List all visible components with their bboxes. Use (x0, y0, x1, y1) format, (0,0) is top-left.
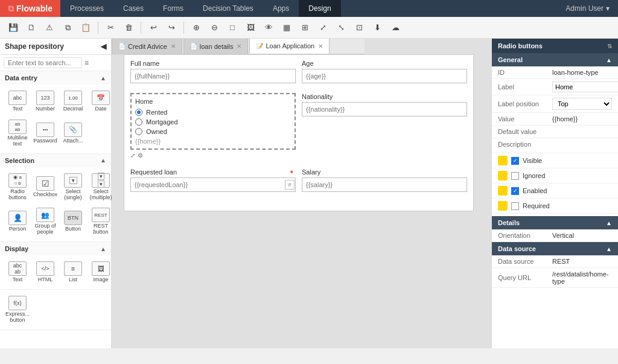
nav-processes[interactable]: Processes (60, 0, 113, 17)
radio-circle-rented (135, 109, 142, 116)
widget-select-single-label: Select (single) (62, 189, 84, 201)
form-canvas[interactable]: Full name Age Home (124, 54, 474, 211)
user-area[interactable]: Admin User ▾ (565, 4, 618, 13)
widget-select-multiple[interactable]: ▾▾ Select (multiple) (88, 171, 113, 203)
rp-label-position-select[interactable]: Top Left Right (552, 98, 612, 110)
section-header-display[interactable]: Display ▲ (0, 242, 111, 255)
nav-design[interactable]: Design (299, 0, 340, 17)
fullname-input[interactable] (130, 69, 296, 83)
select-multiple-icon: ▾▾ (92, 173, 110, 188)
radio-label-rented: Rented (146, 109, 167, 116)
zoom-out-button[interactable]: ⊖ (206, 20, 223, 36)
widget-attachment[interactable]: 📎 Attach... (60, 117, 86, 150)
save-button[interactable]: 💾 (5, 20, 22, 36)
rect-button[interactable]: □ (224, 20, 241, 36)
paste-button[interactable]: 📋 (77, 20, 94, 36)
widget-decimal[interactable]: 1.00 Decimal (60, 88, 86, 115)
nav-cases[interactable]: Cases (113, 0, 153, 17)
zoom-in-button[interactable]: ⊕ (188, 20, 205, 36)
search-list-icon[interactable]: ≡ (84, 59, 89, 67)
widget-radio[interactable]: ◉ a○ b Radio buttons (5, 171, 30, 203)
widget-text[interactable]: abc Text (5, 88, 30, 115)
radio-option-owned[interactable]: Owned (135, 128, 291, 135)
select-all-button[interactable]: ⊞ (296, 20, 313, 36)
settings-handle-icon[interactable]: ⚙ (138, 152, 143, 159)
warning-button[interactable]: ⚠ (41, 20, 58, 36)
rp-row-query-url: Query URL /rest/datalist/home-type (492, 268, 618, 288)
search-input[interactable] (4, 57, 82, 68)
widget-date-label: Date (95, 106, 106, 112)
cb-ignored-check[interactable] (511, 172, 519, 180)
grid-button[interactable]: ▦ (278, 20, 295, 36)
widget-number[interactable]: 123 Number (33, 88, 58, 115)
redo-button[interactable]: ↪ (163, 20, 180, 36)
nationality-input[interactable] (302, 102, 467, 117)
requested-loan-input[interactable] (130, 177, 296, 192)
widget-image[interactable]: 🖼 Image (88, 259, 113, 286)
salary-input[interactable] (302, 177, 467, 192)
widget-express-button[interactable]: f(x) Express... button (5, 293, 30, 326)
nav-decision-tables[interactable]: Decision Tables (193, 0, 263, 17)
export-button[interactable]: ⤢ (314, 20, 331, 36)
widget-rest-button[interactable]: REST REST button (88, 205, 113, 238)
tab-close-loan-application[interactable]: ✕ (318, 43, 323, 49)
widget-list[interactable]: ≡ List (60, 259, 86, 286)
undo-button[interactable]: ↩ (145, 20, 162, 36)
number-widget-icon: # (285, 180, 295, 190)
widget-display-text[interactable]: abcab Text (5, 259, 30, 286)
radio-group-controls: ⤢ ⚙ (130, 152, 296, 159)
widget-group[interactable]: 👥 Group of people (33, 205, 58, 238)
widget-password[interactable]: ••• Password (33, 117, 58, 150)
canvas-area[interactable]: 📄 Credit Advice ✕ 📄 loan details ✕ 📝 Loa… (112, 39, 491, 348)
delete-button[interactable]: 🗑 (120, 20, 137, 36)
image-button[interactable]: 🖼 (242, 20, 259, 36)
cloud-button[interactable]: ☁ (387, 20, 404, 36)
tab-loan-details[interactable]: 📄 loan details ✕ (183, 39, 249, 54)
download-button[interactable]: ⬇ (369, 20, 386, 36)
widget-date[interactable]: 📅 Date (88, 88, 113, 115)
radio-option-rented[interactable]: Rented (135, 109, 291, 116)
nav-apps[interactable]: Apps (263, 0, 299, 17)
cb-visible-check[interactable]: ✓ (511, 157, 519, 165)
form-row-2: Home Rented Mortgaged Owne (124, 88, 473, 164)
section-label-data-entry: Data entry (5, 74, 37, 81)
section-header-data-entry[interactable]: Data entry ▲ (0, 71, 111, 85)
radio-group-home[interactable]: Home Rented Mortgaged Owne (130, 93, 296, 150)
toolbar-sep-3 (183, 22, 184, 34)
widget-html[interactable]: </> HTML (33, 259, 58, 286)
sidebar-collapse-icon[interactable]: ◀ (101, 42, 106, 51)
import-button[interactable]: ⤡ (333, 20, 349, 36)
move-handle-icon[interactable]: ⤢ (130, 152, 135, 159)
rp-section-general[interactable]: General ▲ (492, 53, 618, 66)
section-label-selection: Selection (5, 157, 34, 164)
zoom-fit-button[interactable]: ⊡ (351, 20, 368, 36)
rp-section-datasource[interactable]: Data source ▲ (492, 242, 618, 255)
cut-button[interactable]: ✂ (102, 20, 119, 36)
tab-label-loan-application: Loan Application (266, 42, 314, 49)
radio-option-mortgaged[interactable]: Mortgaged (135, 118, 291, 126)
widget-multiline[interactable]: abab Multiline text (5, 117, 30, 150)
widget-checkbox[interactable]: ☑ Checkbox (33, 171, 58, 203)
section-header-selection[interactable]: Selection ▲ (0, 154, 111, 167)
rp-section-details[interactable]: Details ▲ (492, 216, 618, 229)
cb-required-check[interactable] (511, 202, 519, 210)
age-input[interactable] (302, 69, 467, 83)
tab-close-loan-details[interactable]: ✕ (237, 43, 241, 49)
widget-person[interactable]: 👤 Person (5, 205, 30, 238)
widget-button[interactable]: BTN Button (60, 205, 86, 238)
tab-credit-advice[interactable]: 📄 Credit Advice ✕ (112, 39, 182, 54)
logo[interactable]: ⧉ Flowable (0, 0, 60, 17)
cb-enabled-check[interactable]: ✓ (511, 187, 519, 195)
widget-select-single[interactable]: ▾ Select (single) (60, 171, 86, 203)
nav-forms[interactable]: Forms (153, 0, 193, 17)
tab-loan-application[interactable]: 📝 Loan Application ✕ (249, 39, 330, 54)
save-alt-button[interactable]: 🗋 (23, 20, 40, 36)
tab-close-credit-advice[interactable]: ✕ (171, 43, 176, 49)
widget-radio-label: Radio buttons (6, 189, 29, 201)
copy-button[interactable]: ⧉ (59, 20, 76, 36)
radio-label-owned: Owned (146, 128, 167, 135)
right-panel-scroll-icon[interactable]: ⇅ (607, 43, 612, 49)
sidebar-header: Shape repository ◀ (0, 39, 111, 55)
rp-label-input[interactable] (552, 81, 618, 92)
preview-button[interactable]: 👁 (260, 20, 277, 36)
